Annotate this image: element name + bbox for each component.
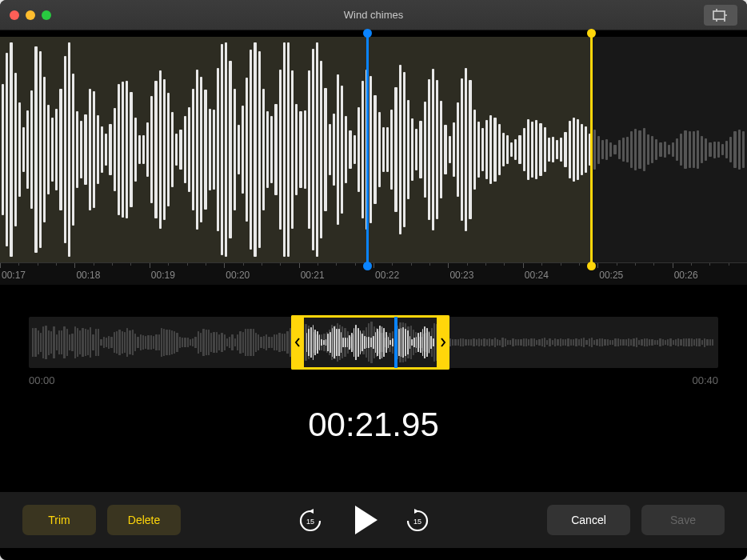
overview-end-time: 00:40 (692, 374, 718, 386)
save-button[interactable]: Save (641, 505, 725, 535)
waveform-canvas (0, 37, 747, 262)
skip-forward-button[interactable]: 15 (405, 507, 430, 533)
editor-window: Wind chimes 00:17 (0, 0, 747, 560)
bottom-toolbar: Trim Delete 15 (0, 492, 747, 548)
overview-playhead[interactable] (394, 317, 397, 368)
svg-text:15: 15 (306, 518, 314, 526)
ruler-tick: 00:26 (673, 263, 747, 285)
main-waveform-view[interactable]: 00:17 00:18 00:19 00:20 00:21 00:22 00:2… (0, 37, 747, 285)
ruler-tick: 00:22 (374, 263, 448, 285)
minimize-window-button[interactable] (26, 10, 35, 20)
cancel-button[interactable]: Cancel (547, 505, 630, 535)
chevron-left-icon (294, 337, 301, 348)
play-button[interactable] (350, 506, 377, 534)
overview-start-time: 00:00 (29, 374, 55, 386)
overview-time-labels: 00:00 00:40 (29, 374, 718, 386)
ruler-tick: 00:25 (597, 263, 672, 285)
trim-mode-button[interactable] (704, 5, 737, 26)
ruler-tick: 00:18 (74, 263, 149, 285)
ruler-tick: 00:20 (224, 263, 298, 285)
trim-handle-left[interactable] (291, 315, 304, 370)
editor-content: 00:17 00:18 00:19 00:20 00:21 00:22 00:2… (0, 30, 747, 560)
delete-button[interactable]: Delete (107, 505, 181, 535)
svg-rect-0 (713, 11, 725, 19)
overview-section: 00:00 00:40 (0, 285, 747, 396)
crop-icon (713, 9, 729, 22)
trim-selection[interactable] (291, 315, 449, 370)
window-title: Wind chimes (344, 9, 403, 21)
skip-forward-icon: 15 (405, 507, 430, 533)
overview-track[interactable] (29, 317, 718, 368)
trim-button[interactable]: Trim (22, 505, 96, 535)
current-timecode: 00:21.95 (0, 396, 747, 492)
chevron-right-icon (440, 337, 446, 348)
ruler-tick: 00:21 (299, 263, 374, 285)
trim-handle-right[interactable] (437, 315, 449, 370)
playhead-marker[interactable] (366, 34, 369, 266)
skip-back-button[interactable]: 15 (298, 507, 323, 533)
ruler-tick: 00:17 (0, 263, 74, 285)
skip-back-icon: 15 (298, 507, 323, 533)
titlebar: Wind chimes (0, 0, 747, 30)
close-window-button[interactable] (10, 10, 19, 20)
maximize-window-button[interactable] (42, 10, 51, 20)
time-ruler: 00:17 00:18 00:19 00:20 00:21 00:22 00:2… (0, 262, 747, 285)
trim-end-marker[interactable] (590, 34, 593, 266)
window-controls (10, 10, 51, 20)
ruler-tick: 00:23 (448, 263, 522, 285)
transport-controls: 15 15 (298, 506, 430, 534)
play-icon (355, 506, 377, 534)
ruler-tick: 00:19 (150, 263, 224, 285)
svg-text:15: 15 (413, 518, 421, 526)
